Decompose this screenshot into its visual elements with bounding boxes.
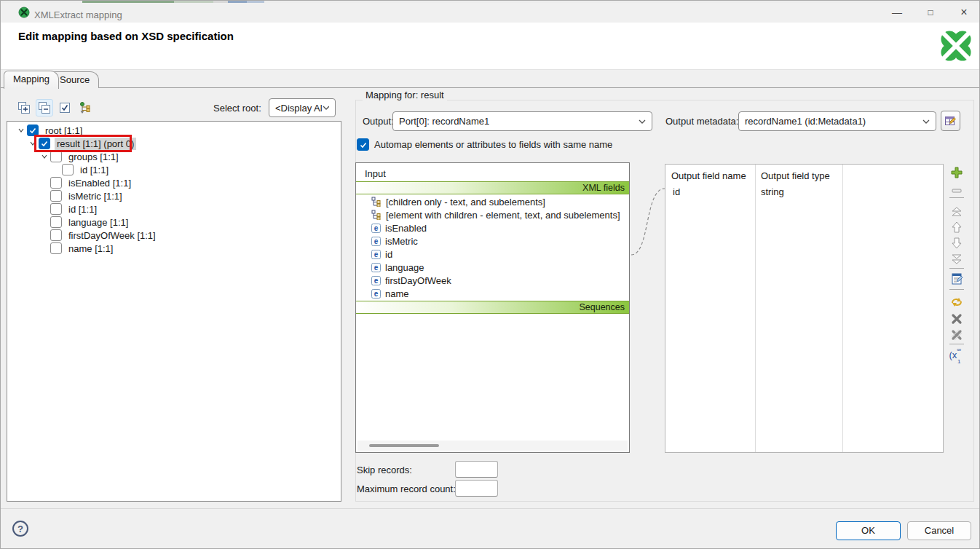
- checkbox-unchecked[interactable]: [50, 229, 62, 241]
- tree-item-language[interactable]: language [1:1]: [7, 216, 341, 229]
- table-cell-field-type[interactable]: string: [761, 186, 784, 197]
- column-header-name: Output field name: [671, 170, 746, 181]
- edit-metadata-button[interactable]: [941, 111, 960, 131]
- chevron-down-icon: [922, 119, 930, 124]
- input-item-label: language: [385, 262, 424, 273]
- scrollbar-thumb[interactable]: [369, 444, 439, 447]
- input-item-label: [element with children - element, text, …: [386, 210, 620, 221]
- max-record-count-input[interactable]: [455, 480, 498, 497]
- checkbox-unchecked[interactable]: [50, 177, 62, 189]
- chevron-expanded-icon[interactable]: [15, 127, 27, 134]
- tree-item-label: firstDayOfWeek [1:1]: [66, 229, 158, 242]
- skip-records-input[interactable]: [455, 461, 498, 478]
- help-button[interactable]: ?: [12, 521, 28, 537]
- tree-item-groups[interactable]: groups [1:1]: [7, 150, 341, 163]
- xml-tree-icon: [371, 210, 382, 220]
- input-item-ismetric[interactable]: e isMetric: [356, 234, 629, 248]
- column-divider: [755, 165, 756, 452]
- occurrence-range-button[interactable]: (x∞1: [947, 349, 966, 363]
- svg-text:e: e: [374, 250, 379, 258]
- xml-tree-icon: [371, 197, 382, 207]
- tree-item-label: result [1:1] (port 0): [55, 138, 136, 150]
- cancel-button[interactable]: Cancel: [907, 521, 971, 540]
- tab-divider: [1, 87, 979, 88]
- remove-field-button[interactable]: [949, 183, 964, 198]
- output-port-combo[interactable]: Port[0]: recordName1: [392, 111, 652, 131]
- input-item-language[interactable]: e language: [356, 261, 629, 274]
- checkbox-unchecked[interactable]: [50, 203, 62, 215]
- tree-item-firstdayofweek[interactable]: firstDayOfWeek [1:1]: [7, 229, 341, 242]
- checkbox-unchecked[interactable]: [50, 242, 62, 254]
- max-record-count-label: Maximum record count:: [357, 483, 456, 494]
- output-fields-table[interactable]: Output field name Output field type id s…: [665, 164, 944, 453]
- tree-item-groups-id[interactable]: id [1:1]: [7, 163, 341, 176]
- tree-item-label: id [1:1]: [78, 164, 111, 176]
- select-root-combo[interactable]: <Display All>: [269, 98, 336, 117]
- maximize-button[interactable]: □: [920, 3, 941, 22]
- input-item-firstdayofweek[interactable]: e firstDayOfWeek: [356, 274, 629, 287]
- tree-item-isenabled[interactable]: isEnabled [1:1]: [7, 176, 341, 189]
- move-bottom-button[interactable]: [949, 252, 964, 266]
- input-item-children-only[interactable]: [children only - text, and subelements]: [356, 195, 629, 208]
- dialog-title: Edit mapping based on XSD specification: [18, 30, 234, 42]
- tree-structure-icon[interactable]: [76, 99, 94, 116]
- tree-item-label: name [1:1]: [66, 242, 115, 255]
- tree-item-name[interactable]: name [1:1]: [7, 242, 341, 255]
- check-elements-icon[interactable]: [56, 99, 74, 116]
- input-item-isenabled[interactable]: e isEnabled: [356, 221, 629, 234]
- svg-text:e: e: [374, 237, 379, 245]
- automap-checkbox[interactable]: [357, 138, 369, 151]
- output-metadata-combo[interactable]: recordName1 (id:Metadata1): [738, 111, 936, 131]
- checkbox-unchecked[interactable]: [50, 216, 62, 228]
- clear-all-mappings-button[interactable]: [949, 328, 964, 342]
- input-item-element-with-children[interactable]: [element with children - element, text, …: [356, 208, 629, 221]
- move-top-button[interactable]: [949, 204, 964, 218]
- horizontal-scrollbar[interactable]: [357, 441, 628, 451]
- toolbar-separator: [949, 197, 964, 198]
- column-divider: [842, 165, 843, 452]
- edit-metadata-field-button[interactable]: [949, 272, 964, 286]
- checkbox-unchecked[interactable]: [62, 164, 74, 175]
- tree-toolbar: [15, 99, 94, 116]
- chevron-expanded-icon[interactable]: [39, 153, 50, 160]
- tree-item-id[interactable]: id [1:1]: [7, 202, 341, 216]
- automap-button[interactable]: [949, 295, 964, 309]
- tree-item-root[interactable]: root [1:1]: [7, 124, 341, 137]
- tab-mapping[interactable]: Mapping: [4, 71, 59, 89]
- input-item-name[interactable]: e name: [356, 287, 629, 300]
- element-icon: e: [371, 250, 381, 259]
- metadata-editor-icon: [944, 115, 957, 127]
- move-up-button[interactable]: [949, 220, 964, 234]
- output-label: Output:: [363, 116, 394, 127]
- double-chevron-up-icon: [950, 205, 963, 217]
- ok-button[interactable]: OK: [836, 521, 901, 540]
- xmlextract-mapping-dialog: XMLExtract mapping — □ × Edit mapping ba…: [0, 0, 980, 549]
- footer-divider: [1, 508, 979, 509]
- tree-item-ismetric[interactable]: isMetric [1:1]: [7, 189, 341, 202]
- tree-item-result[interactable]: result [1:1] (port 0): [7, 137, 341, 150]
- chevron-down-icon: [323, 106, 329, 110]
- input-item-id[interactable]: e id: [356, 248, 629, 261]
- chevron-expanded-icon[interactable]: [27, 140, 39, 147]
- arrow-down-icon: [950, 237, 963, 250]
- checkbox-checked[interactable]: [27, 125, 39, 136]
- move-down-button[interactable]: [949, 236, 964, 250]
- checkbox-checked[interactable]: [39, 138, 50, 149]
- expand-all-icon[interactable]: [15, 99, 33, 116]
- svg-text:e: e: [374, 224, 379, 232]
- close-button[interactable]: ×: [953, 3, 975, 22]
- automap-label: Automap elements or attributes to fields…: [374, 139, 612, 150]
- svg-text:e: e: [374, 264, 379, 272]
- add-field-button[interactable]: [949, 165, 964, 180]
- minimize-button[interactable]: —: [886, 3, 908, 22]
- input-panel-title: Input: [365, 168, 386, 179]
- table-cell-field-name[interactable]: id: [673, 186, 680, 197]
- xsd-tree-panel[interactable]: root [1:1] result [1:1] (port 0) groups …: [7, 121, 341, 502]
- xml-fields-section-header: XML fields: [356, 181, 629, 194]
- clear-mapping-button[interactable]: [949, 312, 964, 326]
- checkbox-unchecked[interactable]: [50, 151, 62, 162]
- checkbox-unchecked[interactable]: [50, 190, 62, 202]
- input-item-label: isEnabled: [385, 223, 427, 234]
- collapse-all-icon[interactable]: [36, 99, 53, 116]
- tree-item-label: isMetric [1:1]: [66, 190, 125, 202]
